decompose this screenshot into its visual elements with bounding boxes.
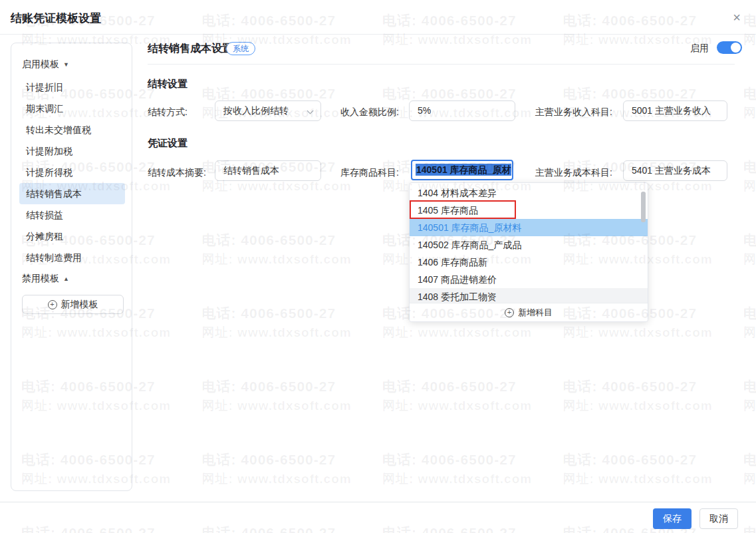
dropdown-scrollbar-thumb[interactable] [641,192,646,222]
section-header-carry: 结转设置 [148,78,188,90]
income-ratio-label: 收入金额比例: [340,105,399,118]
dialog-title: 结账凭证模板设置 [11,11,101,26]
watermark-text: 电话: 4006-6500-27网址: www.tdxsoft.com [563,452,713,486]
cost-account-label: 主营业务成本科目: [535,166,612,179]
add-account-label: 新增科目 [518,307,553,319]
cost-account-value: 5401 主营业务成本 [632,165,711,176]
income-account-label: 主营业务收入科目: [535,105,612,118]
account-option[interactable]: 140502 库存商品_产成品 [410,236,648,254]
watermark-text: 电话: 4006-6500-27网址: www.tdxsoft.com [743,306,756,339]
chevron-down-icon [307,108,314,114]
close-icon[interactable]: × [727,8,746,27]
add-account-button[interactable]: + 新增科目 [410,303,648,321]
account-option[interactable]: 1404 材料成本差异 [410,184,648,202]
cost-summary-label: 结转成本摘要: [148,166,206,179]
carry-method-select[interactable]: 按收入比例结转 [215,100,321,121]
toggle-knob [731,43,741,53]
account-option[interactable]: 140501 库存商品_原材料 [410,219,648,236]
sidebar-item-期末调汇[interactable]: 期末调汇 [19,98,125,119]
sidebar-item-分摊房租[interactable]: 分摊房租 [19,226,125,247]
sidebar-item-结转销售成本[interactable]: 结转销售成本 [19,183,125,204]
sidebar-item-结转损益[interactable]: 结转损益 [19,204,125,226]
page-title: 结转销售成本设置 [148,42,233,56]
account-dropdown: 1404 材料成本差异1405 库存商品140501 库存商品_原材料14050… [409,182,648,322]
add-template-button[interactable]: + 新增模板 [22,295,124,314]
sidebar-item-计提所得税[interactable]: 计提所得税 [19,162,125,183]
inventory-account-input[interactable]: 140501 库存商品_原材 [411,160,513,180]
watermark-text: 电话: 4006-6500-27网址: www.tdxsoft.com [21,526,171,533]
sidebar-item-结转制造费用[interactable]: 结转制造费用 [19,247,125,268]
income-account-input[interactable]: 5001 主营业务收入 [623,100,727,121]
watermark-text: 电话: 4006-6500-27网址: www.tdxsoft.com [382,526,532,533]
watermark-text: 电话: 4006-6500-27网址: www.tdxsoft.com [202,452,352,486]
cancel-button[interactable]: 取消 [699,508,738,529]
income-ratio-input[interactable]: 5% [409,100,515,121]
template-sidebar: 启用模板▼ 计提折旧期末调汇转出未交增值税计提附加税计提所得税结转销售成本结转损… [11,43,132,491]
watermark-text: 电话: 4006-6500-27网址: www.tdxsoft.com [743,379,756,413]
cost-summary-value: 结转销售成本 [223,165,279,176]
section-header-voucher: 凭证设置 [148,137,188,150]
watermark-text: 电话: 4006-6500-27网址: www.tdxsoft.com [382,452,532,486]
enable-label: 启用 [690,43,709,55]
watermark-text: 电话: 4006-6500-27网址: www.tdxsoft.com [202,379,352,413]
watermark-text: 电话: 4006-6500-27网址: www.tdxsoft.com [202,306,352,339]
cost-account-input[interactable]: 5401 主营业务成本 [623,160,727,181]
watermark-text: 电话: 4006-6500-27网址: www.tdxsoft.com [563,379,713,413]
watermark-text: 电话: 4006-6500-27网址: www.tdxsoft.com [382,379,532,413]
watermark-text: 电话: 4006-6500-27网址: www.tdxsoft.com [743,452,756,486]
account-option[interactable]: 1406 库存商品新 [410,254,648,271]
sidebar-item-计提折旧[interactable]: 计提折旧 [19,77,125,98]
inventory-account-label: 库存商品科目: [340,166,399,179]
dialog-header: 结账凭证模板设置 × [0,0,756,35]
chevron-down-icon: ▼ [63,61,69,68]
sidebar-template-list: 计提折旧期末调汇转出未交增值税计提附加税计提所得税结转销售成本结转损益分摊房租结… [22,77,122,268]
footer-divider [0,502,756,502]
sidebar-group-enabled[interactable]: 启用模板▼ [22,55,122,73]
account-option[interactable]: 1407 商品进销差价 [410,271,648,288]
plus-circle-icon: + [505,308,514,317]
plus-circle-icon: + [48,300,57,309]
save-button[interactable]: 保存 [653,508,692,529]
carry-method-value: 按收入比例结转 [223,105,289,116]
disabled-group-label: 禁用模板 [22,273,59,283]
chevron-up-icon: ▲ [63,275,69,282]
cost-summary-input[interactable]: 结转销售成本 [215,160,321,181]
divider [148,64,735,65]
watermark-text: 电话: 4006-6500-27网址: www.tdxsoft.com [202,526,352,533]
sidebar-item-计提附加税[interactable]: 计提附加税 [19,140,125,162]
income-ratio-value: 5% [418,105,431,116]
income-account-value: 5001 主营业务收入 [632,105,711,116]
system-badge: 系统 [226,42,255,55]
account-option[interactable]: 1405 库存商品 [410,202,648,219]
enable-toggle[interactable] [717,41,742,54]
watermark-text: 电话: 4006-6500-27网址: www.tdxsoft.com [743,526,756,533]
inventory-account-value: 140501 库存商品_原材 [416,164,511,176]
account-option-list: 1404 材料成本差异1405 库存商品140501 库存商品_原材料14050… [410,184,648,305]
watermark-text: 电话: 4006-6500-27网址: www.tdxsoft.com [743,160,756,193]
sidebar-item-转出未交增值税[interactable]: 转出未交增值税 [19,119,125,140]
add-template-label: 新增模板 [61,299,98,311]
watermark-text: 电话: 4006-6500-27网址: www.tdxsoft.com [743,87,756,120]
watermark-text: 电话: 4006-6500-27网址: www.tdxsoft.com [743,233,756,266]
carry-method-label: 结转方式: [148,105,188,118]
watermark-text: 电话: 4006-6500-27网址: www.tdxsoft.com [202,233,352,266]
enabled-group-label: 启用模板 [22,59,59,69]
sidebar-group-disabled[interactable]: 禁用模板▲ [22,269,122,287]
